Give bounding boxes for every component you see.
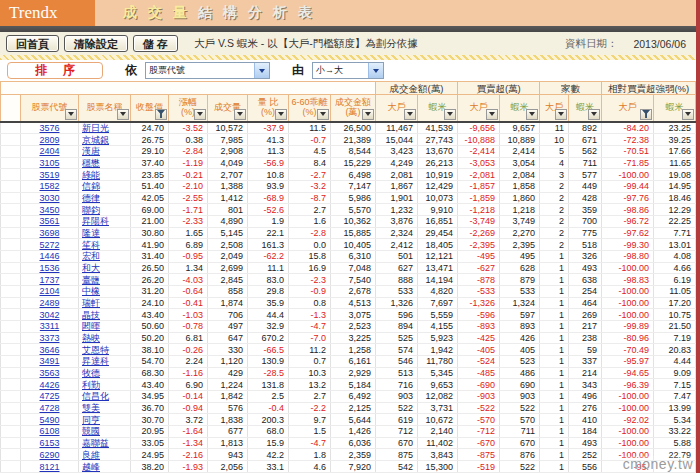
stock-name-link[interactable]: 綠能: [82, 170, 100, 180]
stock-code-link[interactable]: 8121: [39, 462, 59, 472]
stock-code-link[interactable]: 6153: [39, 438, 59, 448]
cell-strength_xiami: 20.83: [654, 344, 696, 356]
stock-name-link[interactable]: 中橡: [82, 286, 100, 296]
filter-dropdown-icon[interactable]: [588, 109, 600, 120]
clear-settings-button[interactable]: 清除設定: [64, 35, 128, 52]
home-button[interactable]: 回首頁: [6, 35, 59, 52]
stock-code-link[interactable]: 3519: [39, 170, 59, 180]
filter-dropdown-icon[interactable]: [486, 109, 498, 120]
cell-amount_total: 5,570: [331, 204, 376, 216]
stock-code-link[interactable]: 4426: [39, 380, 59, 390]
stock-code-link[interactable]: 5272: [39, 240, 59, 250]
stock-code-link[interactable]: 4728: [39, 403, 59, 413]
cell-code: 3105: [21, 157, 79, 169]
stock-code-link[interactable]: 1582: [39, 181, 59, 191]
stock-name-link[interactable]: 閎暉: [82, 321, 100, 331]
filter-dropdown-icon[interactable]: [194, 109, 206, 120]
stock-code-link[interactable]: 3311: [40, 321, 59, 331]
filter-funnel-icon[interactable]: [640, 109, 652, 120]
stock-name-link[interactable]: 同亨: [82, 415, 100, 425]
cell-volume: 2,699: [208, 262, 248, 274]
filter-dropdown-icon[interactable]: [555, 109, 567, 120]
sort-button[interactable]: 排 序: [7, 62, 103, 79]
stock-name-link[interactable]: 穩懋: [82, 158, 100, 168]
stock-code-link[interactable]: 1737: [39, 275, 59, 285]
stock-code-link[interactable]: 3373: [39, 333, 59, 343]
stock-code-link[interactable]: 6108: [39, 426, 59, 436]
stock-name-link[interactable]: 熱映: [82, 333, 100, 343]
stock-name-link[interactable]: 漢唐: [82, 146, 100, 156]
stock-name-link[interactable]: 利勤: [82, 380, 100, 390]
sort-field-select[interactable]: 股票代號: [145, 62, 270, 79]
stock-code-link[interactable]: 5490: [39, 415, 59, 425]
stock-name-link[interactable]: 宏和: [82, 251, 100, 261]
stock-code-link[interactable]: 3491: [39, 356, 59, 366]
stock-code-link[interactable]: 3698: [39, 228, 59, 238]
stock-code-link[interactable]: 6290: [39, 450, 59, 460]
save-button[interactable]: 儲 存: [133, 35, 178, 52]
stock-name-link[interactable]: 信錦: [82, 181, 100, 191]
sort-order-select[interactable]: 小→大: [312, 62, 384, 79]
stock-name-link[interactable]: 新日光: [82, 123, 109, 133]
stock-name-link[interactable]: 競國: [82, 426, 100, 436]
cell-close: 29.10: [131, 145, 169, 157]
chevron-down-icon[interactable]: [368, 63, 383, 78]
table-row: 3646艾恩特38.10-0.26330-66.511.21,2585741,9…: [1, 344, 696, 356]
stock-code-link[interactable]: 1446: [39, 251, 59, 261]
filter-dropdown-icon[interactable]: [682, 109, 694, 120]
filter-dropdown-icon[interactable]: [275, 109, 287, 120]
stock-name-link[interactable]: 晶技: [82, 310, 100, 320]
stock-name-link[interactable]: 昇達科: [82, 356, 109, 366]
stock-code-link[interactable]: 3563: [39, 368, 59, 378]
stock-name-link[interactable]: 德律: [82, 193, 100, 203]
stock-name-link[interactable]: 笙科: [82, 240, 100, 250]
stock-name-link[interactable]: 和大: [82, 263, 100, 273]
stock-name-link[interactable]: 臺鹽: [82, 275, 100, 285]
stock-name-link[interactable]: 嘉聯益: [82, 438, 109, 448]
stock-name-link[interactable]: 京城銀: [82, 135, 109, 145]
stock-code-link[interactable]: 3030: [39, 193, 59, 203]
stock-code-link[interactable]: 3561: [39, 216, 59, 226]
stock-code-link[interactable]: 2809: [39, 135, 59, 145]
cell-name: 信昌化: [79, 390, 131, 402]
stock-name-link[interactable]: 牧德: [82, 368, 100, 378]
filter-dropdown-icon[interactable]: [117, 109, 129, 120]
stock-code-link[interactable]: 4725: [39, 391, 59, 401]
cell-amount_xiami: 18,405: [418, 239, 458, 251]
cell-amount_dahu: 513: [376, 367, 418, 379]
stock-name-link[interactable]: 艾恩特: [82, 345, 109, 355]
stock-code-link[interactable]: 3042: [39, 310, 59, 320]
stock-code-link[interactable]: 2104: [39, 286, 59, 296]
stock-code-link[interactable]: 2404: [39, 146, 59, 156]
filter-dropdown-icon[interactable]: [234, 109, 246, 120]
stock-code-link[interactable]: 3576: [39, 123, 59, 133]
stock-code-link[interactable]: 2489: [39, 298, 59, 308]
stock-name-link[interactable]: 昇陽科: [82, 216, 109, 226]
stock-name-link[interactable]: 信昌化: [82, 391, 109, 401]
cell-name: 牧德: [79, 367, 131, 379]
filter-dropdown-icon[interactable]: [65, 109, 77, 120]
cell-strength_dahu: -92.02: [602, 414, 654, 426]
cell-close: 54.70: [131, 355, 169, 367]
filter-dropdown-icon[interactable]: [362, 109, 374, 120]
chevron-down-icon[interactable]: [254, 63, 269, 78]
cell-amount_dahu: 596: [376, 309, 418, 321]
filter-dropdown-icon[interactable]: [526, 109, 538, 120]
stock-code-link[interactable]: 3105: [39, 158, 59, 168]
stock-name-link[interactable]: 隆達: [82, 228, 100, 238]
stock-code-link[interactable]: 3450: [39, 205, 59, 215]
filter-dropdown-icon[interactable]: [404, 109, 416, 120]
filter-dropdown-icon[interactable]: [444, 109, 456, 120]
filter-dropdown-icon[interactable]: [317, 109, 329, 120]
stock-name-link[interactable]: 越峰: [82, 462, 100, 472]
cell-change_pct: -0.14: [169, 390, 208, 402]
filter-funnel-icon[interactable]: [155, 109, 167, 120]
stock-name-link[interactable]: 瑞軒: [82, 298, 100, 308]
cell-change_pct: -0.26: [169, 344, 208, 356]
stock-name-link[interactable]: 雙美: [82, 403, 100, 413]
stock-name-link[interactable]: 良維: [82, 450, 100, 460]
stock-code-link[interactable]: 1536: [39, 263, 59, 273]
cell-net_dahu: -519: [458, 461, 500, 473]
stock-code-link[interactable]: 3646: [39, 345, 59, 355]
stock-name-link[interactable]: 聯鈞: [82, 205, 100, 215]
